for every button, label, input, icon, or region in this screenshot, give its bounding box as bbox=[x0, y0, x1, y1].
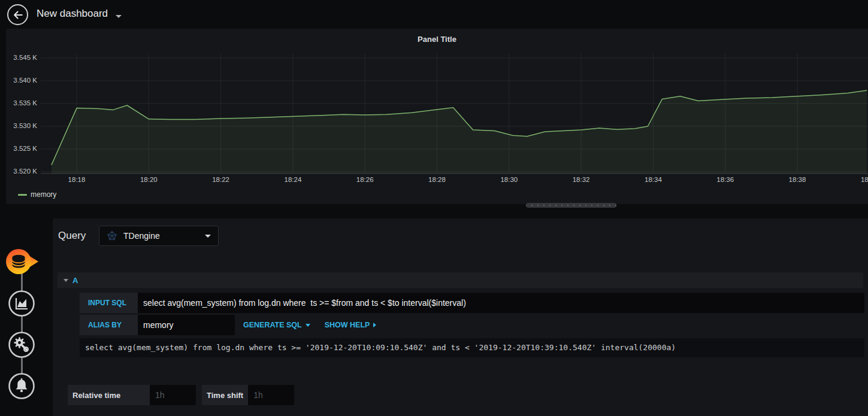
input-sql-row: INPUT SQL bbox=[80, 293, 864, 313]
dashboard-title[interactable]: New dashboard bbox=[37, 8, 108, 20]
alias-by-row: ALIAS BY GENERATE SQL SHOW HELP bbox=[80, 315, 376, 335]
chart-legend: memory bbox=[18, 190, 56, 199]
alias-by-field[interactable] bbox=[138, 315, 235, 335]
top-navigation-bar: New dashboard bbox=[0, 0, 868, 29]
panel-resize-handle[interactable] bbox=[526, 203, 616, 208]
show-help-label: SHOW HELP bbox=[325, 321, 370, 329]
input-sql-label: INPUT SQL bbox=[80, 293, 138, 313]
y-axis-tick: 3.530 K bbox=[6, 122, 37, 129]
graph-panel: Panel Title 3.545 K3.540 K3.535 K3.530 K… bbox=[6, 29, 868, 204]
grafana-panel-edit-page: New dashboard Panel Title 3.545 K3.540 K… bbox=[0, 0, 868, 416]
generated-sql-preview: select avg(mem_system) from log.dn where… bbox=[80, 338, 864, 357]
legend-label: memory bbox=[31, 190, 56, 199]
chevron-down-icon bbox=[205, 235, 211, 238]
y-axis-tick: 3.535 K bbox=[6, 99, 37, 107]
chevron-right-icon bbox=[373, 323, 376, 327]
time-shift-input[interactable] bbox=[248, 385, 294, 405]
relative-time-input[interactable] bbox=[150, 385, 196, 405]
x-axis-tick: 18:28 bbox=[428, 176, 446, 183]
generate-sql-label: GENERATE SQL bbox=[243, 321, 302, 329]
input-sql-field[interactable] bbox=[138, 293, 864, 313]
query-section-title: Query bbox=[58, 230, 86, 242]
x-axis-tick: 18:32 bbox=[573, 176, 590, 183]
query-options-row: Relative time Time shift bbox=[68, 385, 294, 405]
y-axis-tick: 3.545 K bbox=[6, 54, 37, 61]
legend-swatch-icon bbox=[18, 194, 27, 196]
query-row-header[interactable]: A bbox=[58, 272, 863, 288]
database-icon bbox=[6, 249, 38, 274]
query-ref-id: A bbox=[72, 276, 78, 285]
x-axis-tick: 18:40 bbox=[861, 176, 868, 183]
x-axis-tick: 18:36 bbox=[716, 176, 734, 183]
x-axis-tick: 18:24 bbox=[285, 176, 302, 183]
chevron-down-icon bbox=[306, 324, 310, 327]
tab-connector-line bbox=[21, 262, 23, 386]
time-shift-label: Time shift bbox=[202, 385, 248, 405]
generate-sql-button[interactable]: GENERATE SQL bbox=[243, 321, 310, 329]
collapse-caret-icon bbox=[63, 279, 68, 282]
datasource-picker[interactable]: TDengine bbox=[99, 226, 219, 246]
alias-by-label: ALIAS BY bbox=[80, 315, 138, 335]
x-axis-tick: 18:30 bbox=[500, 176, 518, 183]
x-axis-tick: 18:20 bbox=[140, 176, 158, 183]
panel-title[interactable]: Panel Title bbox=[6, 35, 868, 44]
y-axis-tick: 3.520 K bbox=[6, 168, 37, 175]
datasource-name: TDengine bbox=[123, 231, 205, 241]
show-help-button[interactable]: SHOW HELP bbox=[325, 321, 377, 329]
x-axis-tick: 18:22 bbox=[212, 176, 229, 183]
relative-time-label: Relative time bbox=[68, 385, 150, 405]
tab-queries[interactable] bbox=[5, 247, 40, 276]
tdengine-logo-icon bbox=[107, 230, 117, 241]
tab-general[interactable] bbox=[8, 331, 35, 359]
x-axis-tick: 18:26 bbox=[356, 176, 374, 183]
chevron-down-icon[interactable] bbox=[116, 15, 122, 18]
x-axis-tick: 18:18 bbox=[68, 176, 86, 183]
back-button[interactable] bbox=[7, 4, 28, 25]
y-axis-tick: 3.540 K bbox=[6, 77, 37, 84]
y-axis-tick: 3.525 K bbox=[6, 145, 37, 152]
legend-item[interactable]: memory bbox=[18, 190, 56, 199]
query-editor-section: Query TDengine A INPUT SQL bbox=[53, 218, 868, 416]
arrow-left-icon bbox=[12, 9, 24, 21]
x-axis-tick: 18:38 bbox=[789, 176, 806, 183]
tab-visualization[interactable] bbox=[8, 290, 35, 317]
time-series-chart[interactable]: 3.545 K3.540 K3.535 K3.530 K3.525 K3.520… bbox=[6, 29, 868, 204]
tab-alert[interactable] bbox=[8, 372, 35, 400]
x-axis-tick: 18:34 bbox=[645, 176, 662, 183]
